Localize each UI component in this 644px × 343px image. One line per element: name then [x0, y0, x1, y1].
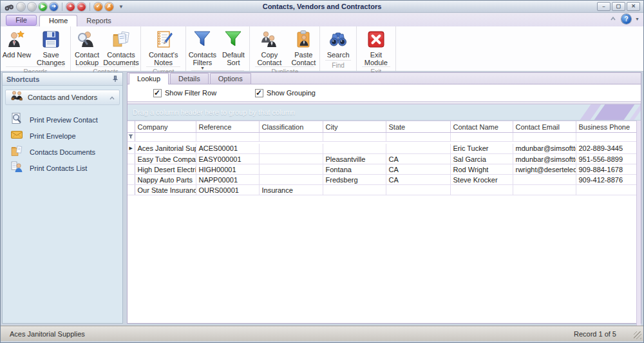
column-header[interactable]: Contact Email [513, 121, 576, 133]
cell-city[interactable]: Pleasantville [323, 154, 386, 164]
cell-state[interactable] [386, 185, 450, 195]
filter-cell[interactable] [135, 133, 196, 142]
cell-contact-name[interactable]: Rod Wright [450, 164, 513, 175]
column-header[interactable]: Business Phone [576, 121, 638, 133]
collapse-ribbon-icon[interactable] [609, 15, 618, 24]
qat-record-button[interactable] [17, 3, 25, 11]
cell-classification[interactable] [259, 154, 323, 164]
cell-business-phone[interactable] [576, 185, 638, 195]
tab-options[interactable]: Options [210, 73, 251, 84]
sidebar-item-print-contacts-list[interactable]: Print Contacts List [3, 160, 122, 176]
cell-contact-name[interactable]: Eric Tucker [450, 144, 513, 154]
contact-lookup-button[interactable]: Contact Lookup [72, 28, 102, 66]
qat-record-button[interactable]: − [77, 3, 86, 11]
tab-home[interactable]: Home [39, 15, 77, 26]
exit-module-button[interactable]: Exit Module [358, 28, 394, 66]
cell-reference[interactable]: EASY000001 [196, 154, 259, 164]
scrollbar-strip[interactable] [636, 121, 641, 326]
paste-contact-button[interactable]: Paste Contact [289, 28, 318, 66]
cell-classification[interactable] [259, 164, 323, 175]
cell-business-phone[interactable]: 909-884-1678 [576, 164, 638, 175]
cell-contact-email[interactable]: mdunbar@simsofttec... [513, 144, 576, 154]
help-icon[interactable]: ? [621, 14, 631, 24]
tab-lookup[interactable]: Lookup [129, 73, 169, 84]
cell-state[interactable]: CA [386, 154, 450, 164]
cell-classification[interactable]: Insurance [259, 185, 323, 195]
cell-company[interactable]: High Desert Electrical ... [135, 164, 196, 175]
cell-business-phone[interactable]: 909-412-8876 [576, 175, 638, 185]
cell-contact-email[interactable]: rwright@desertelect.us [513, 164, 576, 175]
qat-record-button[interactable]: + [66, 3, 75, 11]
cell-business-phone[interactable]: 951-556-8899 [576, 154, 638, 164]
add-new-button[interactable]: Add New [2, 28, 32, 59]
filter-cell[interactable] [196, 133, 259, 142]
column-header[interactable]: Classification [259, 121, 323, 133]
column-header[interactable]: Contact Name [450, 121, 513, 133]
cell-business-phone[interactable]: 202-889-3445 [576, 144, 638, 154]
tab-reports[interactable]: Reports [77, 15, 120, 26]
cell-reference[interactable]: NAPP00001 [196, 175, 259, 185]
filter-cell[interactable] [513, 133, 576, 142]
pin-icon[interactable] [111, 74, 118, 85]
table-row[interactable]: Nappy Auto Parts NAPP00001 Fredsberg CA … [128, 175, 638, 185]
qat-record-button[interactable]: ▶ [39, 3, 47, 11]
table-row[interactable]: Our State Insurance OURS00001 Insurance [128, 185, 638, 195]
copy-contact-button[interactable]: Copy Contact [251, 28, 287, 66]
sidebar-item-print-preview-contact[interactable]: Print Preview Contact [3, 112, 122, 128]
cell-contact-email[interactable] [513, 185, 576, 195]
filter-cell[interactable] [576, 133, 638, 142]
cell-reference[interactable]: ACES00001 [196, 144, 259, 154]
cell-city[interactable] [323, 144, 386, 154]
resize-grip-icon[interactable] [634, 331, 641, 339]
qat-record-button[interactable]: ➔ [50, 3, 58, 11]
cell-contact-name[interactable] [450, 185, 513, 195]
help-dropdown-icon[interactable]: ▼ [635, 17, 639, 21]
save-changes-button[interactable]: Save Changes [33, 28, 69, 66]
cell-classification[interactable] [259, 144, 323, 154]
tab-details[interactable]: Details [170, 73, 209, 84]
cell-state[interactable] [386, 144, 450, 154]
contacts-notes-button[interactable]: Contact's Notes [149, 28, 178, 66]
cell-company[interactable]: Aces Janitorial Supplies [135, 144, 196, 154]
cell-company[interactable]: Our State Insurance [135, 185, 196, 195]
close-button[interactable]: ✕ [627, 2, 640, 11]
cell-company[interactable]: Easy Tube Company [135, 154, 196, 164]
cell-classification[interactable] [259, 175, 323, 185]
cell-state[interactable]: CA [386, 164, 450, 175]
show-grouping-checkbox[interactable]: Show Grouping [255, 89, 316, 97]
cell-state[interactable]: CA [386, 175, 450, 185]
contacts-documents-button[interactable]: Contacts Documents [103, 28, 139, 66]
sidebar-item-contacts-documents[interactable]: Contacts Documents [3, 144, 122, 160]
cell-city[interactable]: Fontana [323, 164, 386, 175]
default-sort-button[interactable]: Default Sort [218, 28, 248, 66]
column-header[interactable]: Reference [196, 121, 259, 133]
sidebar-item-print-envelope[interactable]: Print Envelope [3, 128, 122, 144]
qat-record-button[interactable]: ✗ [105, 3, 113, 11]
qat-record-button[interactable] [90, 3, 90, 11]
show-filter-row-checkbox[interactable]: Show Filter Row [153, 89, 216, 97]
cell-contact-email[interactable] [513, 175, 576, 185]
cell-company[interactable]: Nappy Auto Parts [135, 175, 196, 185]
maximize-button[interactable]: ▢ [612, 2, 625, 11]
filter-cell[interactable] [450, 133, 513, 142]
sidebar-group-contacts-and-vendors[interactable]: Contacts and Vendors [5, 90, 120, 105]
contacts-filters-button[interactable]: Contacts Filters ▼ [187, 28, 217, 70]
group-by-box[interactable]: Drag a column header here to group by th… [128, 104, 641, 121]
minimize-button[interactable]: – [597, 2, 611, 11]
qat-customize-dropdown-icon[interactable]: ▼ [118, 4, 124, 10]
filter-cell[interactable] [323, 133, 386, 142]
table-row[interactable]: ▶ Aces Janitorial Supplies ACES00001 Eri… [128, 144, 638, 154]
qat-record-button[interactable] [28, 3, 36, 11]
cell-city[interactable]: Fredsberg [323, 175, 386, 185]
column-header[interactable]: State [386, 121, 450, 133]
column-header[interactable]: Company [135, 121, 196, 133]
cell-reference[interactable]: HIGH00001 [196, 164, 259, 175]
column-header[interactable]: City [323, 121, 386, 133]
cell-contact-email[interactable]: mdunbar@simsofttec... [513, 154, 576, 164]
cell-reference[interactable]: OURS00001 [196, 185, 259, 195]
filter-cell[interactable] [386, 133, 450, 142]
filter-cell[interactable] [259, 133, 323, 142]
cell-contact-name[interactable]: Steve Krocker [450, 175, 513, 185]
table-row[interactable]: Easy Tube Company EASY000001 Pleasantvil… [128, 154, 638, 164]
search-button[interactable]: Search [323, 28, 353, 59]
